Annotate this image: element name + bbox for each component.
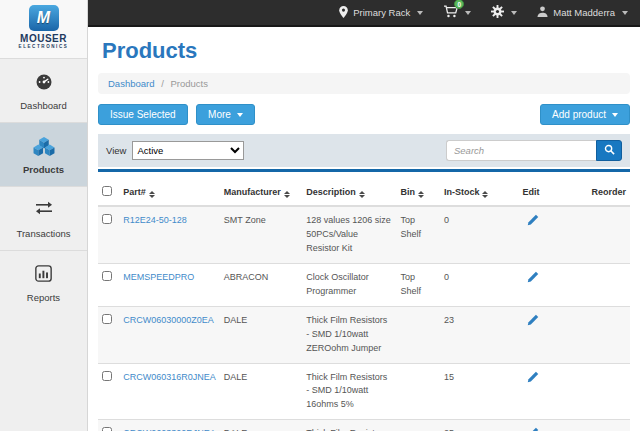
- table-row: CRCW06030000Z0EA DALE Thick Film Resisto…: [98, 306, 630, 363]
- table-row: CRCW060316R0JNEA DALE Thick Film Resisto…: [98, 363, 630, 420]
- sidebar-item-dashboard[interactable]: Dashboard: [0, 58, 87, 122]
- search-input[interactable]: [446, 140, 596, 161]
- pin-icon: [339, 6, 348, 20]
- sort-icon: [149, 191, 155, 198]
- part-number-link[interactable]: MEMSPEEDPRO: [123, 272, 194, 282]
- column-header-instock[interactable]: In-Stock: [440, 180, 519, 206]
- page-title: Products: [102, 38, 626, 64]
- in-stock-cell: 25: [440, 420, 519, 431]
- sidebar: M MOUSER ELECTRONICS Dashboard Products: [0, 0, 88, 431]
- main-content: Products Dashboard / Products Issue Sele…: [88, 29, 640, 431]
- bin-cell: Top Shelf: [396, 263, 440, 306]
- bin-cell: Top Shelf: [396, 206, 440, 263]
- sort-icon: [359, 191, 365, 198]
- bin-cell: [396, 420, 440, 431]
- accent-divider: [98, 169, 630, 172]
- part-number-link[interactable]: CRCW06030000Z0EA: [123, 315, 214, 325]
- column-header-description[interactable]: Description: [302, 180, 396, 206]
- more-button[interactable]: More: [196, 104, 255, 125]
- filter-bar: View Active: [98, 134, 630, 167]
- user-name-label: Matt Madderra: [553, 7, 615, 18]
- sidebar-item-reports[interactable]: Reports: [0, 250, 87, 314]
- sidebar-item-label: Reports: [27, 292, 60, 303]
- search-button[interactable]: [596, 140, 622, 161]
- dashboard-icon: [0, 73, 87, 95]
- user-menu[interactable]: Matt Madderra: [537, 6, 628, 19]
- settings-menu[interactable]: [491, 5, 517, 20]
- row-checkbox[interactable]: [102, 427, 112, 431]
- in-stock-cell: 15: [440, 363, 519, 420]
- manufacturer-cell: DALE: [220, 306, 302, 363]
- sidebar-item-products[interactable]: Products: [0, 122, 87, 186]
- table-row: CRCW0603300RJNEA DALE Thick Film Resisto…: [98, 420, 630, 431]
- cart-icon: [443, 9, 458, 20]
- location-label: Primary Rack: [353, 7, 410, 18]
- breadcrumb-current: Products: [170, 78, 208, 89]
- table-header-row: Part# Manufacturer Description Bin In-St…: [98, 180, 630, 206]
- row-checkbox[interactable]: [102, 214, 112, 224]
- edit-pencil-icon[interactable]: [527, 214, 539, 231]
- gear-icon: [491, 5, 504, 20]
- view-label: View: [106, 145, 126, 156]
- part-number-link[interactable]: CRCW060316R0JNEA: [123, 372, 216, 382]
- add-product-button[interactable]: Add product: [540, 104, 630, 125]
- caret-down-icon: [612, 113, 618, 117]
- reorder-cell: [587, 206, 630, 263]
- in-stock-cell: 23: [440, 306, 519, 363]
- edit-pencil-icon[interactable]: [527, 314, 539, 331]
- bin-cell: [396, 306, 440, 363]
- magnifier-icon: [604, 143, 615, 158]
- reorder-cell: [587, 263, 630, 306]
- sidebar-item-label: Dashboard: [20, 100, 66, 111]
- description-cell: Thick Film Resistors - SMD 1/10watt 16oh…: [302, 363, 396, 420]
- edit-pencil-icon[interactable]: [527, 271, 539, 288]
- breadcrumb-link-dashboard[interactable]: Dashboard: [108, 78, 154, 89]
- caret-down-icon: [237, 113, 243, 117]
- edit-pencil-icon[interactable]: [527, 371, 539, 388]
- location-selector[interactable]: Primary Rack: [339, 6, 423, 20]
- manufacturer-cell: SMT Zone: [220, 206, 302, 263]
- bar-chart-icon: [0, 265, 87, 287]
- part-number-link[interactable]: R12E24-50-128: [123, 215, 187, 225]
- row-checkbox[interactable]: [102, 371, 112, 381]
- user-icon: [537, 6, 548, 19]
- in-stock-cell: 0: [440, 263, 519, 306]
- manufacturer-cell: DALE: [220, 363, 302, 420]
- column-header-bin[interactable]: Bin: [396, 180, 440, 206]
- in-stock-cell: 0: [440, 206, 519, 263]
- reorder-cell: [587, 363, 630, 420]
- bin-cell: [396, 363, 440, 420]
- caret-down-icon: [511, 11, 517, 15]
- brand-logo[interactable]: M MOUSER ELECTRONICS: [0, 0, 87, 58]
- product-table-body: R12E24-50-128 SMT Zone 128 values 1206 s…: [98, 206, 630, 431]
- select-all-checkbox[interactable]: [102, 186, 112, 196]
- sort-icon: [284, 191, 290, 198]
- column-header-edit: Edit: [519, 180, 588, 206]
- sidebar-item-transactions[interactable]: Transactions: [0, 186, 87, 250]
- transfer-arrows-icon: [0, 201, 87, 223]
- sort-icon: [418, 191, 424, 198]
- cart-button[interactable]: 0: [443, 5, 471, 20]
- brand-subtitle: ELECTRONICS: [0, 44, 87, 49]
- row-checkbox[interactable]: [102, 271, 112, 281]
- issue-selected-button[interactable]: Issue Selected: [98, 104, 188, 125]
- mouser-logo-icon: M: [29, 5, 59, 31]
- description-cell: 128 values 1206 size 50PCs/Value Resisto…: [302, 206, 396, 263]
- row-checkbox[interactable]: [102, 314, 112, 324]
- reorder-cell: [587, 306, 630, 363]
- cart-badge: 0: [454, 0, 464, 9]
- edit-pencil-icon[interactable]: [527, 427, 539, 431]
- breadcrumb-separator: /: [161, 78, 164, 89]
- brand-name: MOUSER: [0, 33, 87, 44]
- reorder-cell: [587, 420, 630, 431]
- table-row: MEMSPEEDPRO ABRACON Clock Oscillator Pro…: [98, 263, 630, 306]
- column-header-part[interactable]: Part#: [119, 180, 220, 206]
- manufacturer-cell: ABRACON: [220, 263, 302, 306]
- sort-icon: [482, 191, 488, 198]
- manufacturer-cell: DALE: [220, 420, 302, 431]
- caret-down-icon: [465, 11, 471, 15]
- view-select[interactable]: Active: [132, 141, 244, 160]
- column-header-manufacturer[interactable]: Manufacturer: [220, 180, 302, 206]
- description-cell: Clock Oscillator Programmer: [302, 263, 396, 306]
- description-cell: Thick Film Resistors - SMD 1/10watt 300o…: [302, 420, 396, 431]
